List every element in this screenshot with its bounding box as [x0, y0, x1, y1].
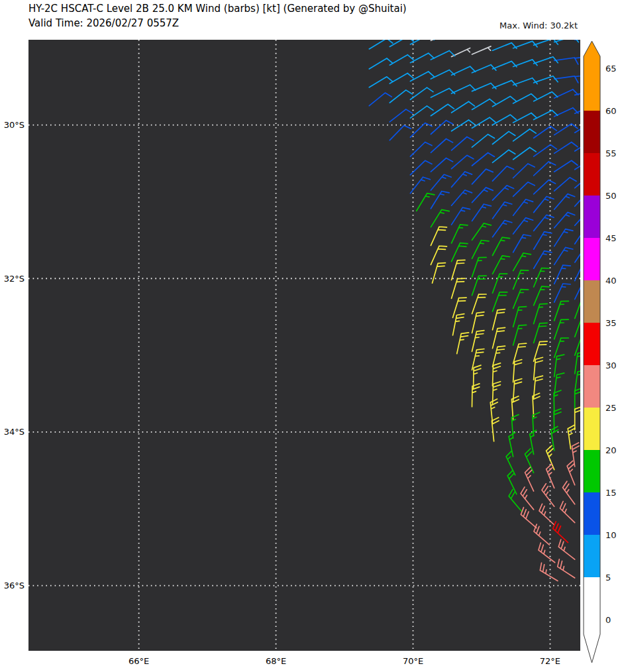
- colorbar-tick-label: 65: [605, 64, 617, 74]
- x-tick-label: 72°E: [540, 656, 560, 666]
- colorbar-tick-label: 20: [605, 445, 617, 455]
- colorbar-tick-label: 25: [605, 403, 617, 413]
- colorbar-tick-label: 30: [605, 361, 617, 370]
- y-tick-label: 30°S: [4, 120, 25, 130]
- colorbar-tick-label: 50: [605, 191, 617, 201]
- colorbar-tick-label: 5: [605, 573, 611, 583]
- x-axis-tick-labels: 66°E68°E70°E72°E: [129, 656, 560, 666]
- x-tick-label: 66°E: [129, 656, 149, 666]
- colorbar-tick-label: 40: [605, 276, 617, 286]
- wind-barb: [431, 32, 449, 41]
- y-tick-label: 32°S: [4, 274, 25, 284]
- colorbar-under-arrow: [584, 620, 600, 663]
- colorbar-tick-label: 60: [605, 106, 617, 116]
- colorbar-tick-label: 0: [605, 615, 611, 625]
- y-axis-tick-labels: 30°S32°S34°S36°S: [4, 120, 25, 590]
- colorbar-tick-label: 55: [605, 148, 617, 158]
- wind-barb-chart: 0510152025303540455055606566°E68°E70°E72…: [0, 0, 624, 672]
- colorbar-over-arrow: [584, 41, 600, 68]
- wind-barb: [452, 30, 470, 38]
- colorbar-tick-label: 15: [605, 488, 617, 498]
- y-tick-label: 34°S: [4, 427, 25, 437]
- plot-area: [28, 40, 580, 651]
- colorbar-tick-label: 45: [605, 233, 617, 243]
- y-tick-label: 36°S: [4, 581, 25, 590]
- x-tick-label: 70°E: [403, 656, 423, 666]
- colorbar-tick-label: 35: [605, 318, 617, 328]
- x-tick-label: 68°E: [266, 656, 286, 666]
- colorbar: [584, 41, 600, 663]
- colorbar-tick-label: 10: [605, 530, 617, 540]
- colorbar-tick-labels: 05101520253035404550556065: [605, 64, 617, 625]
